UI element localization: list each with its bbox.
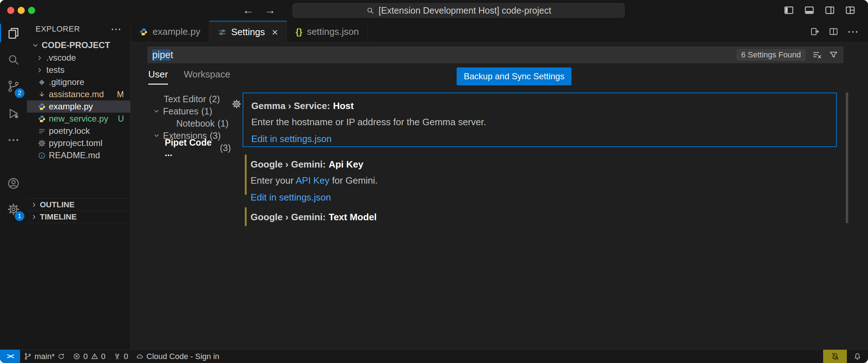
navigate-back-button[interactable]: ← [243,4,254,17]
warning-icon [91,353,98,360]
customize-layout-icon[interactable] [845,5,856,16]
setting-key: Host [333,100,354,111]
tree-item-new-service-py[interactable]: new_service.py U [27,113,130,125]
toc-label: Features [163,106,199,117]
tab-example-py[interactable]: example.py [131,21,209,42]
git-modified-badge: M [117,90,130,99]
explorer-view-button[interactable] [0,22,27,44]
tab-settings[interactable]: Settings × [209,21,287,43]
chevron-right-icon [36,66,43,74]
tree-item-gitignore[interactable]: .gitignore [27,76,130,88]
navigate-forward-button[interactable]: → [265,4,276,17]
maximize-window-button[interactable] [28,7,35,14]
explorer-title: EXPLORER [36,24,80,34]
toggle-secondary-sidebar-icon[interactable] [824,5,835,16]
tab-label: settings.json [307,26,359,37]
window-title: [Extension Development Host] code-projec… [379,5,551,16]
tree-item-example-py[interactable]: example.py [27,100,130,113]
settings-list: Gemma › Service:Host Enter the hostname … [243,93,837,226]
cloud-code-label: Cloud Code - Sign in [146,352,219,361]
gitignore-file-icon [38,78,46,86]
tab-settings-json[interactable]: {} settings.json [287,21,368,42]
settings-search-input[interactable]: pipet 6 Settings Found [148,47,843,63]
split-editor-icon[interactable] [829,27,839,37]
toml-gear-file-icon [38,139,46,147]
timeline-section-header[interactable]: TIMELINE [27,211,130,223]
backup-and-sync-settings-button[interactable]: Backup and Sync Settings [457,67,571,85]
tree-item-assistance-md[interactable]: assistance.md M [27,88,130,100]
titlebar: ← → [Extension Development Host] code-pr… [0,0,868,21]
outline-section-header[interactable]: OUTLINE [27,198,130,211]
filter-settings-icon[interactable] [829,50,839,60]
api-key-link[interactable]: API Key [296,175,330,186]
section-label: OUTLINE [40,200,75,209]
toc-notebook[interactable]: Notebook (1) [151,117,231,129]
section-label: TIMELINE [40,212,77,222]
search-value-selected: pipe [152,50,171,61]
source-control-view-button[interactable]: 2 [0,75,27,97]
setting-gemma-service-host[interactable]: Gemma › Service:Host Enter the hostname … [243,93,837,147]
remote-indicator[interactable]: >< [0,350,20,363]
open-changes-icon[interactable] [810,27,820,37]
search-view-button[interactable] [0,49,27,70]
minimize-window-button[interactable] [18,7,25,14]
ellipsis-icon [7,133,20,147]
cloud-code-sign-in[interactable]: Cloud Code - Sign in [132,350,223,363]
setting-key: Api Key [328,159,363,170]
branch-icon [24,353,32,360]
radio-tower-icon [113,353,121,360]
tree-item-tests[interactable]: tests [27,64,130,76]
manage-settings-button[interactable]: 1 [0,198,27,220]
edit-in-settings-json-link[interactable]: Edit in settings.json [251,133,332,145]
git-branch-status[interactable]: main* [20,350,69,363]
python-file-icon [38,103,46,111]
clear-settings-search-icon[interactable] [812,50,822,60]
chevron-down-icon [153,132,160,139]
toggle-primary-sidebar-icon[interactable] [783,5,794,16]
toc-features[interactable]: Features (1) [151,105,231,117]
ports-status[interactable]: 0 [109,350,132,363]
do-not-disturb-status[interactable] [823,350,847,363]
run-and-debug-view-button[interactable] [0,103,27,124]
setting-description: Enter your API Key for Gemini. [251,175,829,186]
additional-views-button[interactable] [0,129,27,151]
section-divider [27,223,130,223]
close-window-button[interactable] [7,7,14,14]
file-name: assistance.md [49,89,104,99]
setting-context-gear-icon[interactable] [232,99,242,109]
tree-item-readme-md[interactable]: README.md [27,149,130,161]
settings-scrollbar[interactable] [846,93,848,223]
run-and-debug-icon [7,107,20,120]
setting-google-gemini-api-key[interactable]: Google › Gemini:Api Key Enter your API K… [243,152,837,198]
branch-name: main* [34,352,55,361]
chevron-right-icon [36,54,43,62]
notifications-status[interactable] [847,350,868,363]
tree-root-code-project[interactable]: CODE-PROJECT [27,39,130,52]
accounts-button[interactable] [0,173,27,194]
cloud-icon [136,353,144,360]
tab-label: Settings [231,27,265,38]
markdown-file-icon [38,90,46,99]
setting-category: Google › Gemini: [251,159,326,170]
setting-category: Gemma › Service: [251,100,330,111]
setting-category: Google › Gemini: [251,212,326,222]
tree-item-poetry-lock[interactable]: poetry.lock [27,125,130,137]
edit-in-settings-json-link[interactable]: Edit in settings.json [251,192,331,203]
settings-badge: 1 [15,211,24,221]
scope-tab-user[interactable]: User [148,69,168,85]
problems-status[interactable]: 0 0 [69,350,109,363]
setting-google-gemini-text-model[interactable]: Google › Gemini:Text Model [243,204,837,226]
toc-count: (3) [220,143,231,153]
scope-tab-workspace[interactable]: Workspace [184,69,230,85]
files-icon [7,27,20,40]
tree-item-vscode[interactable]: .vscode [27,52,130,64]
toc-text-editor[interactable]: Text Editor (2) [151,93,231,105]
toggle-panel-icon[interactable] [804,5,815,16]
toc-pipet-code[interactable]: Pipet Code ... (3) [151,142,231,154]
folder-name: .vscode [46,53,76,63]
command-center[interactable]: [Extension Development Host] code-projec… [293,3,625,18]
bell-slash-icon [831,352,840,361]
tree-item-pyproject-toml[interactable]: pyproject.toml [27,137,130,149]
source-control-badge: 2 [15,88,24,98]
settings-sliders-icon [218,28,227,37]
